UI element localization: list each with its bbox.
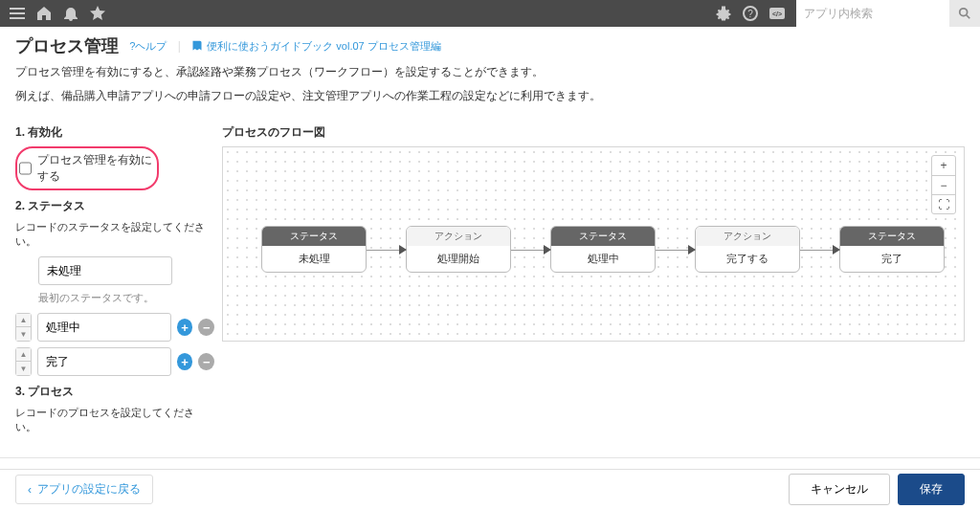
node-header: アクション	[696, 227, 799, 246]
svg-rect-1	[10, 12, 25, 14]
zoom-in-button[interactable]: +	[932, 156, 955, 175]
flow-arrow	[511, 226, 550, 273]
bell-icon[interactable]	[63, 6, 78, 21]
section-process-desc: レコードのプロセスを設定してください。	[15, 406, 214, 434]
footer-bar: ‹ アプリの設定に戻る キャンセル 保存	[0, 469, 980, 509]
topbar: ? </>	[0, 0, 980, 27]
back-label: アプリの設定に戻る	[37, 481, 141, 498]
node-label: 処理開始	[407, 246, 510, 272]
help-icon[interactable]: ?	[743, 6, 758, 21]
remove-status-button[interactable]: −	[198, 353, 214, 370]
zoom-controls: + − ⛶	[931, 155, 956, 214]
svg-point-7	[960, 9, 968, 16]
svg-text:?: ?	[747, 9, 753, 19]
flow-arrow	[367, 226, 406, 273]
menu-icon[interactable]	[10, 6, 25, 21]
page-title: プロセス管理	[15, 36, 119, 55]
add-status-button[interactable]: +	[177, 353, 193, 370]
status-input-2[interactable]	[37, 347, 171, 376]
section-enable-title: 1. 有効化	[15, 124, 214, 141]
svg-text:</>: </>	[772, 11, 782, 17]
svg-line-8	[967, 15, 970, 19]
flow-status-node[interactable]: ステータス 処理中	[550, 226, 656, 273]
back-to-settings-link[interactable]: ‹ アプリの設定に戻る	[15, 475, 153, 504]
zoom-out-button[interactable]: −	[932, 175, 955, 194]
section-status-desc: レコードのステータスを設定してください。	[15, 220, 214, 249]
gear-icon[interactable]	[716, 6, 731, 21]
enable-highlight: プロセス管理を有効にする	[15, 146, 159, 190]
enable-checkbox[interactable]	[19, 162, 32, 175]
page-desc-2: 例えば、備品購入申請アプリへの申請フローの設定や、注文管理アプリへの作業工程の設…	[15, 87, 965, 105]
svg-rect-0	[10, 8, 25, 10]
home-icon[interactable]	[36, 6, 52, 21]
flow-canvas[interactable]: + − ⛶ ステータス 未処理 アクション 処理開始 ステータス 処理中	[222, 146, 965, 342]
first-status-note: 最初のステータスです。	[38, 291, 214, 305]
flow-status-node[interactable]: ステータス 完了	[839, 226, 945, 273]
move-up-icon[interactable]: ▲	[16, 348, 31, 362]
flow-status-node[interactable]: ステータス 未処理	[261, 226, 367, 273]
help-link[interactable]: ?ヘルプ	[129, 40, 167, 52]
move-down-icon[interactable]: ▼	[16, 362, 31, 375]
status-input-1[interactable]	[37, 313, 171, 342]
flow-title: プロセスのフロー図	[222, 124, 965, 141]
section-process-title: 3. プロセス	[15, 384, 214, 400]
move-down-icon[interactable]: ▼	[16, 327, 31, 341]
flow-action-node[interactable]: アクション 完了する	[695, 226, 800, 273]
content-header: プロセス管理 ?ヘルプ | 便利に使おうガイドブック vol.07 プロセス管理…	[0, 27, 980, 109]
node-label: 完了	[840, 246, 944, 272]
zoom-fit-button[interactable]: ⛶	[932, 194, 955, 213]
move-up-icon[interactable]: ▲	[16, 314, 31, 327]
star-icon[interactable]	[90, 6, 105, 21]
code-icon[interactable]: </>	[769, 6, 785, 21]
reorder-handle[interactable]: ▲ ▼	[15, 313, 32, 342]
guidebook-text: 便利に使おうガイドブック vol.07 プロセス管理編	[207, 39, 440, 54]
node-header: ステータス	[262, 227, 366, 246]
search-button[interactable]	[949, 0, 980, 27]
status-input-0[interactable]	[38, 256, 172, 285]
node-header: ステータス	[551, 227, 655, 246]
node-header: ステータス	[840, 227, 944, 246]
guidebook-link[interactable]: 便利に使おうガイドブック vol.07 プロセス管理編	[191, 39, 440, 54]
node-header: アクション	[407, 227, 510, 246]
section-status-title: 2. ステータス	[15, 198, 214, 214]
search-box	[796, 0, 980, 27]
node-label: 完了する	[696, 246, 799, 272]
flow-action-node[interactable]: アクション 処理開始	[406, 226, 511, 273]
flow-arrow	[656, 226, 695, 273]
chevron-left-icon: ‹	[28, 483, 32, 497]
book-icon	[191, 40, 203, 52]
svg-rect-2	[10, 17, 25, 19]
flow-arrow	[800, 226, 839, 273]
page-desc-1: プロセス管理を有効にすると、承認経路や業務プロセス（ワークフロー）を設定すること…	[15, 63, 965, 81]
node-label: 未処理	[262, 246, 366, 272]
enable-label: プロセス管理を有効にする	[37, 152, 155, 185]
cancel-button[interactable]: キャンセル	[789, 474, 890, 505]
reorder-handle[interactable]: ▲ ▼	[15, 347, 32, 376]
search-input[interactable]	[796, 0, 949, 27]
remove-status-button[interactable]: −	[198, 319, 214, 336]
add-status-button[interactable]: +	[177, 319, 193, 336]
divider: |	[178, 39, 181, 53]
node-label: 処理中	[551, 246, 655, 272]
save-button[interactable]: 保存	[898, 474, 965, 505]
